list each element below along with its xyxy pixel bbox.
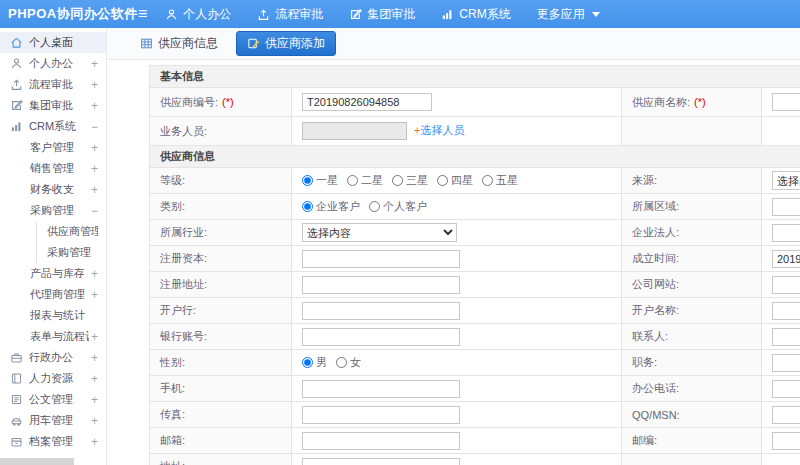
office-phone-input[interactable] xyxy=(772,380,800,398)
expander-icon[interactable]: + xyxy=(91,372,98,386)
email-input[interactable] xyxy=(302,432,460,450)
expander-icon[interactable]: + xyxy=(91,330,98,344)
level-radio-option[interactable]: 二星 xyxy=(347,173,383,188)
sales-person-input[interactable] xyxy=(302,122,407,140)
expander-icon[interactable]: − xyxy=(91,204,98,218)
category-radio-option[interactable]: 企业客户 xyxy=(302,199,360,214)
industry-select[interactable]: 选择内容 xyxy=(302,223,457,242)
sidebar-item[interactable]: 供应商管理 xyxy=(37,221,106,242)
menu-toggle-icon[interactable]: ≡ xyxy=(138,6,147,22)
expander-icon[interactable]: + xyxy=(91,162,98,176)
expander-icon[interactable]: + xyxy=(91,267,98,281)
sidebar-item-label: 财务收支 xyxy=(30,182,89,197)
expander-icon[interactable]: + xyxy=(91,57,98,71)
sidebar-item[interactable]: 表单与流程设置+ xyxy=(0,326,106,347)
expander-icon[interactable]: + xyxy=(91,78,98,92)
sales-person-picker-link[interactable]: +选择人员 xyxy=(414,124,464,136)
field-label: 传真: xyxy=(160,408,185,420)
expander-icon[interactable]: + xyxy=(91,141,98,155)
expander-icon[interactable]: + xyxy=(91,393,98,407)
sidebar-item[interactable]: 财务收支+ xyxy=(0,179,106,200)
expander-icon[interactable]: + xyxy=(91,435,98,449)
category-radio[interactable] xyxy=(302,201,313,212)
region-input[interactable] xyxy=(772,198,800,216)
gender-radio[interactable] xyxy=(336,357,347,368)
sidebar-item[interactable]: 行政办公+ xyxy=(0,347,106,368)
topnav-item-label: 集团审批 xyxy=(367,6,415,23)
tab-1[interactable]: 供应商信息 xyxy=(134,32,224,55)
legal-person-input[interactable] xyxy=(772,224,800,242)
gender-radio-option[interactable]: 女 xyxy=(336,355,361,370)
mobile-input[interactable] xyxy=(302,380,460,398)
source-select[interactable]: 选择内容 xyxy=(772,171,800,190)
registered-address-input[interactable] xyxy=(302,276,460,294)
expander-icon[interactable]: + xyxy=(91,288,98,302)
expander-icon[interactable]: + xyxy=(91,351,98,365)
supplier-name-input[interactable] xyxy=(772,93,800,111)
form-row: 所属行业:选择内容企业法人: xyxy=(150,220,800,246)
account-name-input[interactable] xyxy=(772,302,800,320)
sidebar-item[interactable]: 档案管理+ xyxy=(0,431,106,452)
bank-branch-input[interactable] xyxy=(302,302,460,320)
sidebar-item[interactable]: 流程审批+ xyxy=(0,74,106,95)
tab-2[interactable]: 供应商添加 xyxy=(236,31,336,56)
fax-input[interactable] xyxy=(302,406,460,424)
topnav-item-5[interactable]: 更多应用 xyxy=(537,6,600,23)
field-label: 企业法人: xyxy=(632,226,679,238)
bank-account-input[interactable] xyxy=(302,328,460,346)
website-input[interactable] xyxy=(772,276,800,294)
level-radio-option[interactable]: 三星 xyxy=(392,173,428,188)
level-radio-option[interactable]: 四星 xyxy=(437,173,473,188)
bar-chart-icon xyxy=(441,8,454,21)
topnav-item-4[interactable]: CRM系统 xyxy=(441,6,510,23)
sidebar-item[interactable]: 公文管理+ xyxy=(0,389,106,410)
topnav-item-3[interactable]: 集团审批 xyxy=(349,6,415,23)
sidebar-item[interactable]: 销售管理+ xyxy=(0,158,106,179)
gender-radio-option[interactable]: 男 xyxy=(302,355,327,370)
category-radio[interactable] xyxy=(369,201,380,212)
field-label: 所属区域: xyxy=(632,200,679,212)
sidebar-item[interactable]: 客户管理+ xyxy=(0,137,106,158)
expander-icon[interactable]: + xyxy=(91,414,98,428)
tab-label: 供应商信息 xyxy=(158,35,218,52)
group-approve-icon xyxy=(10,99,23,112)
level-radio-option[interactable]: 五星 xyxy=(482,173,518,188)
level-radio[interactable] xyxy=(302,175,313,186)
position-input[interactable] xyxy=(772,354,800,372)
address-input[interactable] xyxy=(302,458,460,465)
qq-msn-input[interactable] xyxy=(772,406,800,424)
sidebar-item[interactable]: 用车管理+ xyxy=(0,410,106,431)
form-row: 类别:企业客户个人客户所属区域: xyxy=(150,194,800,220)
field-label: 性别: xyxy=(160,356,185,368)
sidebar-item[interactable]: 代理商管理+ xyxy=(0,284,106,305)
supplier-code-input[interactable] xyxy=(302,93,432,111)
sidebar-item[interactable]: 采购管理 xyxy=(37,242,106,263)
sidebar-item[interactable]: 报表与统计 xyxy=(0,305,106,326)
topnav-item-2[interactable]: 流程审批 xyxy=(257,6,323,23)
sidebar-item[interactable]: 人力资源+ xyxy=(0,368,106,389)
bar-chart-icon xyxy=(10,120,23,133)
sidebar-item[interactable]: CRM系统− xyxy=(0,116,106,137)
gender-radio[interactable] xyxy=(302,357,313,368)
level-radio[interactable] xyxy=(392,175,403,186)
expander-icon[interactable]: + xyxy=(91,183,98,197)
sidebar-item[interactable]: 集团审批+ xyxy=(0,95,106,116)
level-radio-option[interactable]: 一星 xyxy=(302,173,338,188)
expander-icon[interactable]: + xyxy=(91,99,98,113)
level-radio[interactable] xyxy=(347,175,358,186)
category-radio-option[interactable]: 个人客户 xyxy=(369,199,427,214)
level-radio[interactable] xyxy=(437,175,448,186)
sidebar-item[interactable]: 产品与库存+ xyxy=(0,263,106,284)
expander-icon[interactable]: − xyxy=(91,120,98,134)
founded-date-input[interactable] xyxy=(772,250,800,268)
field-label: 联系人: xyxy=(632,330,668,342)
level-radio[interactable] xyxy=(482,175,493,186)
sidebar-item[interactable]: 个人办公+ xyxy=(0,53,106,74)
topnav-item-1[interactable]: 个人办公 xyxy=(165,6,231,23)
registered-capital-input[interactable] xyxy=(302,250,460,268)
contact-person-input[interactable] xyxy=(772,328,800,346)
sidebar-item[interactable]: 采购管理− xyxy=(0,200,106,221)
postcode-input[interactable] xyxy=(772,432,800,450)
horizontal-scrollbar-thumb[interactable] xyxy=(0,458,74,465)
sidebar-item[interactable]: 个人桌面 xyxy=(0,32,106,53)
